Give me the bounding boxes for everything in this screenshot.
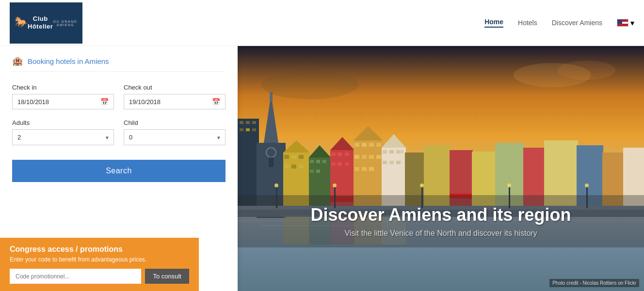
check-out-input-wrapper[interactable]: 📅 [124, 94, 225, 109]
svg-rect-9 [252, 121, 256, 124]
svg-rect-50 [376, 155, 381, 159]
city-illustration [238, 46, 644, 291]
svg-rect-20 [291, 155, 296, 159]
svg-rect-45 [369, 143, 374, 147]
congress-description: Enter your code to benefit from advantag… [10, 256, 189, 263]
svg-rect-11 [246, 128, 250, 131]
svg-rect-30 [310, 169, 314, 173]
booking-title: Booking hotels in Amiens [28, 57, 109, 65]
svg-rect-44 [362, 143, 367, 147]
svg-rect-59 [401, 150, 403, 153]
main-content: 🏨 Booking hotels in Amiens Check in 📅 Ch… [0, 46, 644, 291]
logo-title: Club Hôtelier [28, 15, 53, 30]
svg-rect-38 [338, 162, 342, 166]
check-out-input[interactable] [129, 98, 212, 106]
svg-point-82 [420, 184, 424, 187]
svg-rect-24 [299, 165, 304, 168]
check-in-input-wrapper[interactable]: 📅 [12, 94, 114, 109]
date-row: Check in 📅 Check out 📅 [12, 84, 225, 109]
svg-rect-34 [331, 153, 336, 156]
check-in-label: Check in [12, 84, 114, 91]
svg-rect-56 [383, 150, 387, 153]
hero-subtitle: Visit the little Venice of the North and… [257, 229, 625, 238]
child-select-wrapper: 0 1 2 3 4 ▼ [124, 129, 225, 145]
nav-item-hotels[interactable]: Hotels [518, 19, 537, 27]
calendar-icon-checkout[interactable]: 📅 [212, 98, 220, 106]
child-label: Child [124, 119, 225, 126]
consult-button[interactable]: To consult [145, 269, 189, 284]
svg-rect-17 [269, 157, 274, 167]
adults-label: Adults [12, 119, 114, 126]
svg-rect-62 [396, 161, 401, 164]
congress-banner: Congress access / promotions Enter your … [0, 238, 199, 291]
svg-rect-61 [389, 161, 394, 164]
svg-point-93 [557, 61, 615, 80]
check-out-label: Check out [124, 84, 225, 91]
svg-rect-23 [291, 165, 296, 168]
check-out-group: Check out 📅 [124, 84, 225, 109]
calendar-icon-checkin[interactable]: 📅 [100, 98, 109, 106]
svg-rect-47 [354, 155, 359, 159]
svg-point-94 [261, 70, 358, 99]
flag-icon [617, 19, 628, 27]
svg-rect-22 [284, 165, 289, 168]
svg-rect-43 [354, 143, 359, 147]
svg-point-86 [585, 184, 589, 187]
svg-rect-10 [240, 128, 243, 131]
svg-rect-46 [376, 143, 381, 147]
child-select[interactable]: 0 1 2 3 4 [124, 130, 225, 145]
svg-rect-37 [331, 162, 336, 166]
chevron-down-icon: ▾ [630, 18, 634, 28]
hero-title: Discover Amiens and its region [257, 205, 625, 225]
svg-rect-21 [299, 155, 304, 159]
svg-rect-53 [369, 167, 374, 171]
svg-rect-27 [310, 160, 314, 163]
header: 🐎 Club Hôtelier DU GRAND AMIENS Home Hot… [0, 0, 644, 46]
svg-rect-48 [362, 155, 367, 159]
child-group: Child 0 1 2 3 4 ▼ [124, 119, 225, 145]
guests-row: Adults 1 2 3 4 5 ▼ Child 0 [12, 119, 225, 145]
nav-item-discover[interactable]: Discover Amiens [552, 19, 602, 27]
photo-credit: Photo credit - Nicolas Rottiers on Flick… [549, 279, 639, 287]
congress-form: To consult [10, 269, 189, 284]
svg-rect-29 [322, 160, 326, 163]
svg-point-84 [507, 184, 511, 187]
adults-select-wrapper: 1 2 3 4 5 ▼ [12, 129, 114, 145]
svg-rect-19 [284, 155, 289, 159]
svg-rect-52 [362, 167, 367, 171]
svg-rect-28 [316, 160, 320, 163]
svg-rect-7 [240, 121, 243, 124]
svg-rect-12 [252, 128, 256, 131]
svg-rect-36 [345, 153, 349, 156]
adults-select[interactable]: 1 2 3 4 5 [13, 130, 113, 145]
svg-rect-58 [396, 150, 401, 153]
hero-background: Discover Amiens and its region Visit the… [238, 46, 644, 291]
booking-header: 🏨 Booking hotels in Amiens [12, 56, 225, 72]
main-nav: Home Hotels Discover Amiens ▾ [484, 18, 634, 28]
check-in-group: Check in 📅 [12, 84, 114, 109]
logo-subtitle: DU GRAND AMIENS [53, 20, 78, 27]
search-button[interactable]: Search [12, 160, 225, 182]
nav-item-home[interactable]: Home [484, 18, 503, 28]
svg-rect-57 [389, 150, 394, 153]
svg-rect-51 [354, 167, 359, 171]
svg-rect-31 [316, 169, 320, 173]
svg-point-80 [333, 184, 337, 187]
adults-group: Adults 1 2 3 4 5 ▼ [12, 119, 114, 145]
svg-rect-8 [246, 121, 250, 124]
svg-rect-49 [369, 155, 374, 159]
logo-icon: 🐎 [15, 16, 28, 29]
hotel-icon: 🏨 [12, 56, 23, 66]
svg-rect-60 [383, 161, 387, 164]
logo: 🐎 Club Hôtelier DU GRAND AMIENS [10, 2, 82, 44]
svg-rect-39 [345, 162, 349, 166]
promo-code-input[interactable] [10, 269, 141, 284]
check-in-input[interactable] [17, 98, 100, 106]
language-selector[interactable]: ▾ [617, 18, 634, 28]
hero-area: Discover Amiens and its region Visit the… [238, 46, 644, 291]
svg-point-78 [274, 184, 278, 187]
congress-title: Congress access / promotions [10, 245, 189, 254]
svg-rect-35 [338, 153, 342, 156]
